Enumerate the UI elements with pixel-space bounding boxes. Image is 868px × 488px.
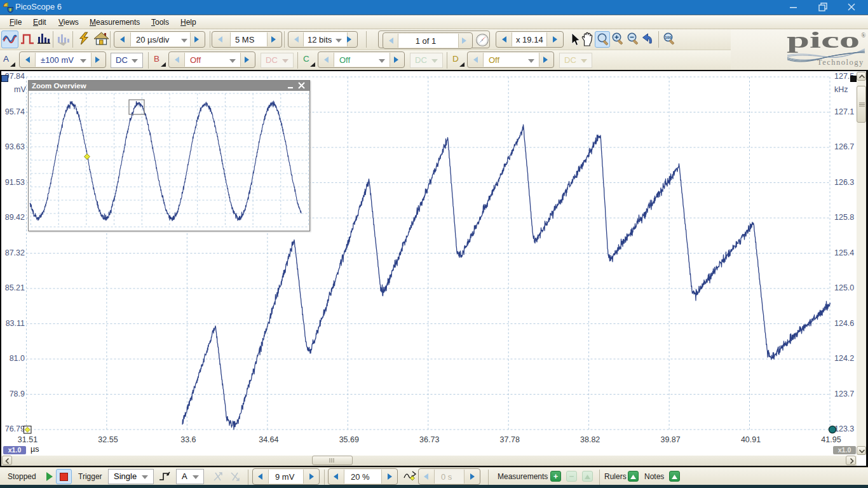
svg-text:Technology: Technology — [817, 58, 864, 67]
svg-text:pico: pico — [787, 29, 860, 53]
svg-text:100: 100 — [665, 35, 672, 39]
svg-text:®: ® — [861, 32, 866, 39]
